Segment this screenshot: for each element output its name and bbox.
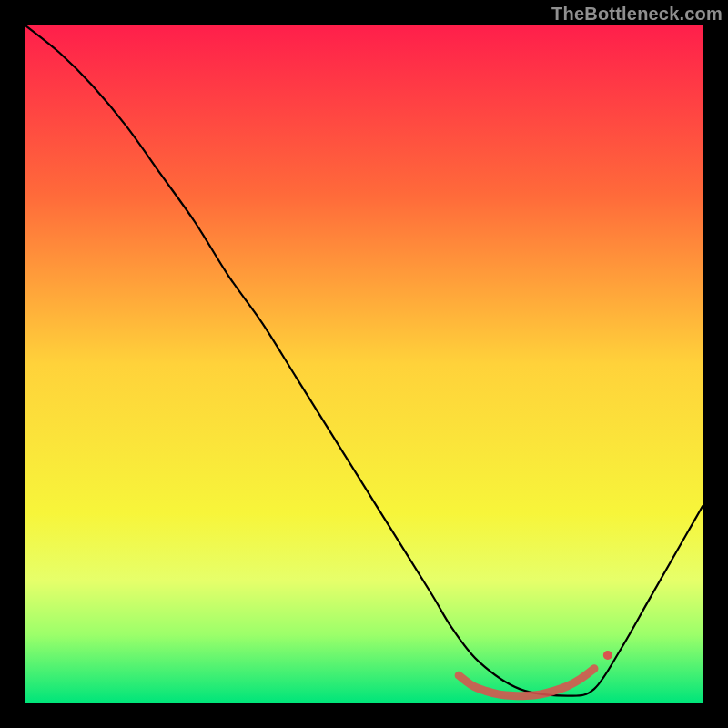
plot-area — [25, 25, 703, 703]
annotation-dot — [603, 651, 612, 660]
chart-svg — [25, 25, 703, 703]
watermark-text: TheBottleneck.com — [551, 4, 723, 25]
annotation-layer — [603, 651, 612, 660]
chart-frame: TheBottleneck.com — [0, 0, 728, 728]
